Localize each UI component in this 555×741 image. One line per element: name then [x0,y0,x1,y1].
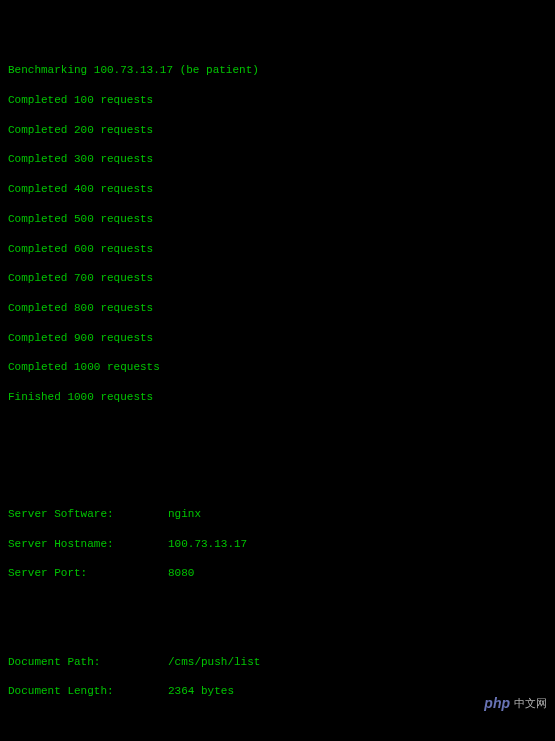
benchmark-header: Benchmarking 100.73.13.17 (be patient) [8,63,547,78]
value: /cms/push/list [168,655,547,670]
progress-line: Completed 500 requests [8,212,547,227]
document-path: Document Path:/cms/push/list [8,655,547,670]
value: 8080 [168,566,547,581]
server-hostname: Server Hostname:100.73.13.17 [8,537,547,552]
progress-line: Finished 1000 requests [8,390,547,405]
label: Server Port: [8,566,168,581]
watermark: php 中文网 [484,694,547,713]
document-length: Document Length:2364 bytes [8,684,547,699]
watermark-php: php [484,694,510,713]
value: nginx [168,507,547,522]
progress-line: Completed 900 requests [8,331,547,346]
progress-line: Completed 200 requests [8,123,547,138]
progress-line: Completed 1000 requests [8,360,547,375]
watermark-zh: 中文网 [514,696,547,711]
label: Server Software: [8,507,168,522]
label: Document Path: [8,655,168,670]
progress-line: Completed 600 requests [8,242,547,257]
progress-line: Completed 300 requests [8,152,547,167]
value: 100.73.13.17 [168,537,547,552]
label: Server Hostname: [8,537,168,552]
label: Document Length: [8,684,168,699]
server-port: Server Port:8080 [8,566,547,581]
progress-line: Completed 800 requests [8,301,547,316]
progress-line: Completed 100 requests [8,93,547,108]
progress-line: Completed 400 requests [8,182,547,197]
server-software: Server Software:nginx [8,507,547,522]
progress-line: Completed 700 requests [8,271,547,286]
